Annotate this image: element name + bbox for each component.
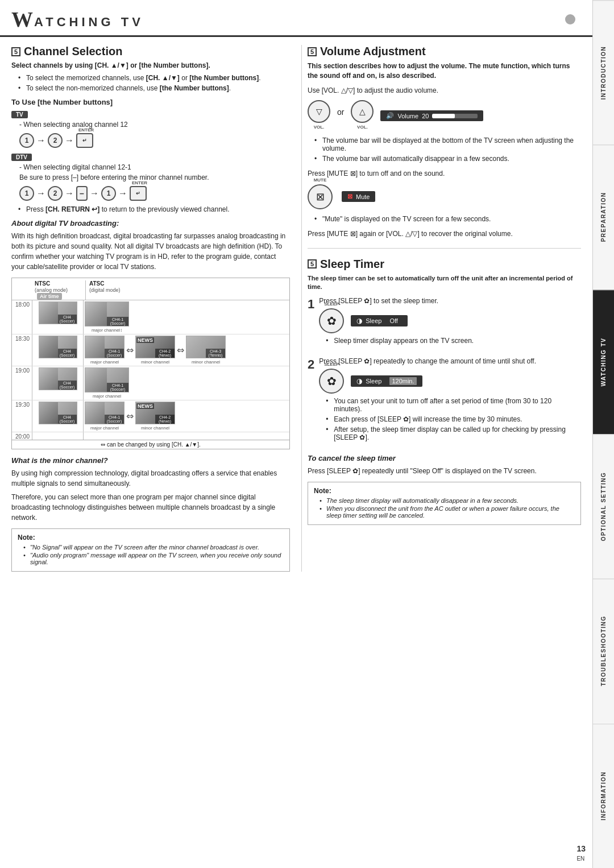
vol-up-btn[interactable]: △ VOL. (351, 100, 374, 123)
cancel-sleep-text: Press [SLEEP ✿] repeatedly until "Sleep … (308, 466, 581, 476)
sleep-timer-section: 5 Sleep Timer The sleep timer can be set… (308, 258, 581, 526)
sleep-bullet-3: After setup, the sleep timer display can… (326, 425, 581, 441)
main-content: 5 Channel Selection Select channels by u… (0, 37, 592, 580)
sleep-btn-row-1: SLEEP ✿ ◑ Sleep Off (319, 308, 581, 333)
volume-heading: 5 Volume Adjustment (308, 45, 581, 58)
minor-channel-label-1: minor channel (141, 359, 169, 365)
guide-row-1830: 18:30 CH4 (Soccer) (12, 334, 289, 366)
sleep-step-2: 2 Press [SLEEP ✿] repeatedly to change t… (308, 357, 581, 447)
step-1-content: Press [SLEEP ✿] to set the sleep timer. … (319, 297, 581, 350)
vol-label-down: VOL. (314, 125, 325, 130)
page-number: 13 (576, 844, 586, 853)
mute-btn[interactable]: MUTE ⊠ (308, 184, 333, 209)
channel-note-title: Note: (18, 534, 284, 542)
sleep-icon-1: ◑ (356, 317, 362, 325)
channel-bullet-1: To select the memorized channels, use [C… (18, 74, 290, 82)
section-divider (308, 248, 581, 249)
header-title: ATCHING TV (34, 9, 144, 30)
sidebar-tab-introduction[interactable]: INTRODUCTION (593, 0, 614, 144)
ch-return-item: Press [CH. RETURN ↩] to return to the pr… (18, 205, 290, 213)
channel-note-list: "No Signal" will appear on the TV screen… (18, 544, 284, 565)
sleep-note-title: Note: (314, 487, 575, 495)
channel-selection-heading: 5 Channel Selection (11, 45, 290, 58)
sleep-note-list: The sleep timer display will automatical… (314, 497, 575, 519)
sleep-heading: 5 Sleep Timer (308, 258, 581, 271)
step-2-number: 2 (308, 358, 314, 371)
sleep-step1-bullets: Sleep timer display appears on the TV sc… (319, 337, 581, 345)
analog-ch4-soccer-3: CH4 (Soccer) (32, 366, 84, 400)
sleep-value-1: Off (389, 317, 397, 324)
guide-row-1800: 18:00 CH4 (Soccer) (12, 300, 289, 334)
time-1800: 18:00 (12, 300, 32, 334)
digital-note2: Be sure to press [–] before entering the… (11, 173, 290, 181)
sleep-btn-row-2: SLEEP ✿ ◑ Sleep 120min. (319, 369, 581, 394)
analog-ch4-soccer-4: CH4 (Soccer) (32, 400, 84, 432)
mute-label: MUTE (314, 177, 327, 183)
sidebar-tab-watching-tv[interactable]: WATCHING TV (593, 290, 614, 434)
checkbox-icon: 5 (11, 47, 20, 56)
mute-note: "Mute" is displayed on the TV screen for… (314, 215, 581, 223)
sleep-note-1: The sleep timer display will automatical… (320, 497, 575, 504)
digital-broadcast-text: With its high definition broadcast, digi… (11, 231, 290, 272)
vol-down-btn[interactable]: ▽ VOL. (308, 100, 330, 123)
volume-adjustment-section: 5 Volume Adjustment This section describ… (308, 45, 581, 239)
vol-label-text: Volume (397, 113, 418, 119)
sleep-note-2: When you disconnect the unit from the AC… (320, 505, 575, 519)
mute-row: MUTE ⊠ ⊠ Mute (308, 184, 581, 209)
analog-ch4-soccer-1: CH4 (Soccer) (32, 300, 84, 334)
vol-display: 🔊 Volume 20 (380, 110, 483, 121)
vol-bar-fill (432, 114, 455, 118)
sleep-intro: The sleep timer can be set to automatica… (308, 274, 581, 292)
guide-caption: ⇔ can be changed by using [CH. ▲/▼]. (12, 440, 289, 449)
sleep-value-2: 120min. (389, 377, 416, 385)
time-2000: 20:00 (12, 432, 32, 440)
page-footer: 13 EN (576, 844, 586, 862)
analog-note: - When selecting analog channel 12 (11, 121, 290, 129)
sleep-text-1: Sleep (366, 317, 381, 324)
mute-note-list: "Mute" is displayed on the TV screen for… (308, 215, 581, 223)
minor-channel-text2: Therefore, you can select more than one … (11, 492, 290, 523)
vol-buttons-row: ▽ VOL. or △ VOL. 🔊 Volume 20 (308, 100, 581, 132)
minor-channel-label-2: minor channel (192, 359, 220, 365)
sleep-btn-1[interactable]: SLEEP ✿ (319, 308, 344, 333)
sidebar-tab-optional-setting[interactable]: OPTIONAL SETTING (593, 434, 614, 578)
recover-instruction: Press [MUTE ⊠] again or [VOL. △/▽] to re… (308, 229, 581, 239)
channel-selection-intro: Select channels by using [CH. ▲/▼] or [t… (11, 61, 290, 69)
sleep-btn-2[interactable]: SLEEP ✿ (319, 369, 344, 394)
arrow-1: → (36, 135, 45, 146)
sleep-display-2: ◑ Sleep 120min. (351, 375, 422, 387)
major-channel-label-3: major channel (93, 394, 121, 399)
volume-intro: This section describes how to adjust the… (308, 61, 581, 81)
d-arrow-1: → (36, 188, 45, 199)
sleep-step1-bullet: Sleep timer display appears on the TV sc… (326, 337, 581, 345)
vol-bullets: The volume bar will be displayed at the … (308, 137, 581, 163)
sidebar-tab-troubleshooting[interactable]: TROUBLESHOOTING (593, 578, 614, 723)
guide-row-1900: 19:00 CH4 (Soccer) (12, 366, 289, 400)
channel-note-2: "Audio only program" message will appear… (23, 552, 284, 565)
sidebar-tab-information[interactable]: INFORMATION (593, 724, 614, 868)
atsc-sub: (digital mode) (89, 287, 121, 293)
sleep-label-1: SLEEP (324, 301, 339, 307)
sidebar-tab-preparation[interactable]: PREPARATION (593, 144, 614, 289)
ch-return-note: Press [CH. RETURN ↩] to return to the pr… (11, 205, 290, 213)
time-1900: 19:00 (12, 366, 32, 400)
vol-bar (432, 114, 478, 118)
channel-selection-section: 5 Channel Selection Select channels by u… (11, 45, 290, 572)
minor-channel-label-3: minor channel (141, 425, 169, 431)
digital-row-1800: CH4-1 (Soccer) major channel↕ (84, 300, 289, 334)
channel-selection-bullets: To select the memorized channels, use [C… (11, 74, 290, 92)
digital-btn-sequence: 1 → 2 → – → 1 → ENTER ↵ (19, 186, 290, 201)
minor-channel-text1: By using high compression technology, di… (11, 468, 290, 489)
analog-btn-sequence: 1 → 2 → ENTER ↵ (19, 133, 290, 148)
sleep-icon-2: ◑ (356, 377, 362, 385)
analog-ch4-soccer-2: CH4 (Soccer) (32, 334, 84, 366)
vol-label-up: VOL. (357, 125, 368, 130)
channel-note-box: Note: "No Signal" will appear on the TV … (11, 528, 290, 572)
minor-channel-heading: What is the minor channel? (11, 456, 290, 465)
sidebar-tabs: INTRODUCTION PREPARATION WATCHING TV OPT… (592, 0, 614, 868)
tv-badge: TV (11, 110, 290, 121)
digital-note: - When selecting digital channel 12-1 (11, 163, 290, 171)
channel-guide: NTSC (analog mode) Air time ATSC (digita… (11, 278, 290, 449)
step-1-text: Press [SLEEP ✿] to set the sleep timer. (319, 297, 581, 305)
header-decoration (565, 14, 575, 24)
